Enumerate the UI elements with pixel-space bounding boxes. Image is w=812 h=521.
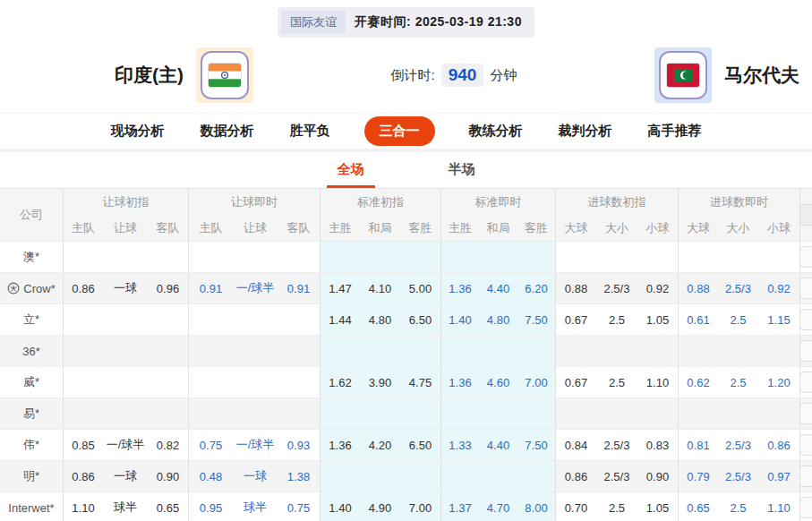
company-cell[interactable]: Crow* [0, 273, 63, 303]
scrollbar-thumb[interactable] [799, 465, 812, 487]
odds-cell[interactable]: 6.20 [517, 273, 555, 303]
odds-cell [400, 461, 440, 491]
scrollbar-track[interactable] [799, 492, 812, 521]
subtab-1[interactable]: 全场 [327, 153, 375, 188]
odds-cell[interactable]: 1.40 [440, 304, 479, 335]
odds-cell[interactable]: 7.00 [517, 367, 555, 397]
nav-tab-6[interactable]: 裁判分析 [557, 117, 614, 145]
odds-cell[interactable]: 1.36 [440, 273, 479, 303]
odds-cell: 4.80 [360, 304, 400, 335]
odds-cell[interactable]: 0.75 [278, 492, 320, 521]
odds-cell[interactable]: 4.80 [479, 304, 517, 335]
company-cell[interactable]: 易* [0, 398, 63, 429]
odds-cell[interactable]: 0.97 [758, 461, 799, 491]
table-row: Crow*0.86一球0.960.91一/球半0.911.474.105.001… [0, 272, 812, 303]
odds-cell[interactable]: 0.75 [188, 430, 233, 460]
odds-cell[interactable]: 1.20 [758, 367, 799, 397]
nav-tab-5[interactable]: 教练分析 [467, 117, 525, 145]
scrollbar-track[interactable] [799, 273, 812, 303]
odds-cell[interactable]: 2.5 [718, 492, 758, 521]
maldives-flag-icon [666, 63, 700, 88]
nav-tab-1[interactable]: 现场分析 [109, 117, 167, 145]
odds-cell[interactable]: 1.36 [440, 367, 479, 397]
odds-cell[interactable]: 2.5/3 [718, 430, 758, 460]
scrollbar-track[interactable] [799, 367, 812, 397]
odds-cell[interactable]: 球半 [233, 492, 278, 521]
scrollbar-track[interactable] [799, 304, 812, 335]
nav-tab-2[interactable]: 数据分析 [199, 117, 256, 145]
odds-cell[interactable]: 2.5/3 [718, 273, 758, 303]
scrollbar-thumb[interactable] [799, 434, 812, 456]
odds-cell[interactable]: 一球 [233, 461, 278, 491]
scrollbar-track[interactable] [799, 461, 812, 491]
odds-cell[interactable]: 1.33 [440, 430, 479, 460]
odds-cell[interactable]: 一/球半 [233, 273, 278, 303]
odds-cell [678, 242, 718, 272]
odds-cell [555, 242, 596, 272]
scrollbar-track[interactable] [799, 336, 812, 366]
scrollbar-thumb[interactable] [799, 278, 812, 299]
odds-cell[interactable]: 1.37 [440, 492, 479, 521]
scrollbar-thumb[interactable] [799, 246, 812, 268]
scrollbar-thumb[interactable] [799, 309, 812, 330]
scrollbar-thumb[interactable] [799, 497, 812, 518]
odds-cell: 4.10 [360, 273, 400, 303]
nav-tab-3[interactable]: 胜平负 [288, 117, 332, 145]
scrollbar-track[interactable] [799, 189, 812, 241]
sub-header: 主胜 [320, 215, 360, 241]
odds-cell[interactable]: 0.86 [758, 430, 799, 460]
odds-cell[interactable]: 0.79 [678, 461, 718, 491]
subtab-2[interactable]: 半场 [438, 153, 486, 188]
odds-cell[interactable]: 0.92 [758, 273, 799, 303]
odds-cell[interactable]: 0.93 [278, 430, 320, 460]
odds-cell[interactable]: 0.61 [678, 304, 718, 335]
odds-cell[interactable]: 1.15 [758, 304, 799, 335]
odds-cell[interactable]: 4.40 [479, 273, 517, 303]
company-cell[interactable]: 立* [0, 304, 63, 335]
scrollbar-thumb[interactable] [799, 372, 812, 393]
odds-cell[interactable]: 2.5/3 [718, 461, 758, 491]
odds-cell: 2.5 [596, 367, 637, 397]
nav-tab-7[interactable]: 高手推荐 [646, 117, 704, 145]
odds-cell[interactable]: 0.91 [188, 273, 233, 303]
odds-cell[interactable]: 一/球半 [233, 430, 278, 460]
odds-cell[interactable]: 2.5 [718, 304, 758, 335]
odds-cell[interactable]: 0.95 [188, 492, 233, 521]
company-name: Interwet* [8, 501, 54, 515]
odds-cell [188, 304, 233, 335]
odds-cell[interactable]: 2.5 [718, 367, 758, 397]
odds-cell[interactable]: 0.62 [678, 367, 718, 397]
odds-cell[interactable]: 0.65 [678, 492, 718, 521]
odds-cell[interactable]: 0.91 [278, 273, 320, 303]
company-cell[interactable]: 伟* [0, 430, 63, 460]
odds-cell[interactable]: 4.40 [479, 430, 517, 460]
scrollbar-thumb[interactable] [799, 340, 812, 362]
scrollbar-thumb[interactable] [799, 403, 812, 424]
odds-cell [637, 398, 678, 429]
company-cell[interactable]: 威* [0, 367, 63, 397]
company-cell[interactable]: 澳* [0, 242, 63, 272]
odds-cell[interactable]: 0.81 [678, 430, 718, 460]
odds-cell[interactable]: 0.48 [188, 461, 233, 491]
company-cell[interactable]: 明* [0, 461, 63, 491]
league-badge[interactable]: 国际友谊 [281, 11, 346, 34]
company-cell[interactable]: 36* [0, 336, 63, 366]
company-cell[interactable]: Interwet* [0, 492, 63, 521]
match-info-inner: 国际友谊 开赛时间: 2025-03-19 21:30 [278, 7, 534, 38]
scrollbar-track[interactable] [799, 430, 812, 460]
scrollbar-thumb[interactable] [799, 204, 812, 226]
odds-cell[interactable]: 4.60 [479, 367, 517, 397]
odds-cell[interactable]: 0.88 [678, 273, 718, 303]
scrollbar-track[interactable] [799, 398, 812, 429]
odds-cell[interactable]: 7.50 [517, 430, 555, 460]
odds-cell[interactable]: 1.10 [758, 492, 799, 521]
scrollbar-track[interactable] [799, 242, 812, 272]
odds-cell[interactable]: 7.50 [517, 304, 555, 335]
odds-cell[interactable]: 4.70 [479, 492, 517, 521]
odds-cell[interactable]: 1.38 [278, 461, 320, 491]
odds-cell: 1.62 [320, 367, 360, 397]
odds-cell[interactable]: 8.00 [517, 492, 555, 521]
odds-cell: 1.44 [320, 304, 360, 335]
nav-tab-4[interactable]: 三合一 [364, 116, 435, 146]
odds-cell [278, 242, 320, 272]
